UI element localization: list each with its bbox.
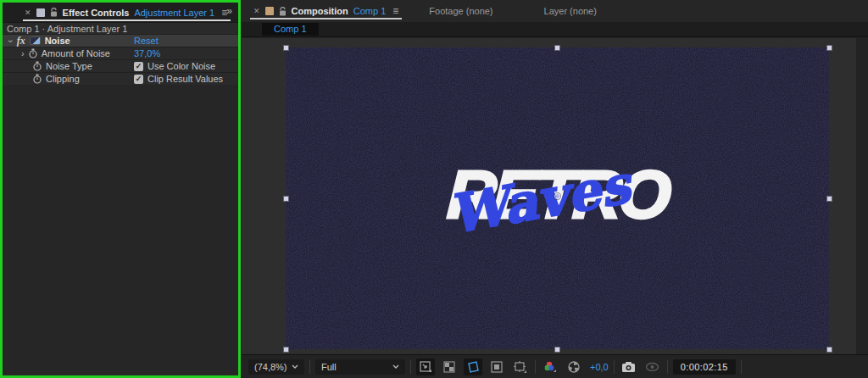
toolbar-divider <box>535 360 536 374</box>
viewer-right-gutter <box>856 38 868 354</box>
viewer-toolbar: (74,8%) Full <box>242 354 868 378</box>
chevron-down-icon <box>392 364 399 369</box>
property-row-amount[interactable]: › Amount of Noise 37,0% <box>3 47 238 59</box>
grid-options-button[interactable] <box>416 359 435 375</box>
tab-composition[interactable]: ✕ Composition Comp 1 ≡ <box>242 0 403 22</box>
selection-handle[interactable] <box>283 45 289 51</box>
view-layout-icon <box>513 360 528 374</box>
close-icon[interactable]: ✕ <box>253 7 260 15</box>
checkerboard-icon <box>442 360 456 374</box>
effect-name[interactable]: Noise <box>45 36 70 46</box>
doc-tab-comp1[interactable]: Comp 1 <box>262 23 319 36</box>
aperture-icon <box>567 360 581 374</box>
show-snapshot-button[interactable] <box>643 359 662 375</box>
fx-badge-icon[interactable]: fx <box>17 35 25 47</box>
exposure-button[interactable] <box>565 359 583 375</box>
effect-controls-empty-area <box>5 91 236 373</box>
stopwatch-icon[interactable] <box>33 74 42 84</box>
selection-handle[interactable] <box>826 45 832 51</box>
take-snapshot-button[interactable] <box>620 359 638 375</box>
magnification-dropdown[interactable]: (74,8%) <box>248 359 304 375</box>
magnification-value: (74,8%) <box>254 362 287 372</box>
after-effects-window: ✕ Effect Controls Adjustment Layer 1 ≡ »… <box>0 0 868 378</box>
channel-settings-button[interactable] <box>541 359 559 375</box>
view-layout-button[interactable] <box>511 359 530 375</box>
panel-color-icon <box>36 8 45 17</box>
exposure-value[interactable]: +0,0 <box>590 362 609 372</box>
viewer-doc-tabs: Comp 1 <box>242 22 868 37</box>
checkbox-checked[interactable]: ✓ <box>134 62 143 71</box>
selection-handle[interactable] <box>826 196 832 202</box>
property-row-clipping[interactable]: Clipping ✓ Clip Result Values <box>3 72 238 85</box>
layer-anchor-point[interactable] <box>554 193 560 199</box>
panel-target-comp: Comp 1 <box>353 6 387 16</box>
checkbox-checked[interactable]: ✓ <box>134 75 143 84</box>
current-time-field[interactable]: 0:00:02:15 <box>673 359 736 375</box>
checkbox-label: Clip Result Values <box>147 74 223 84</box>
unlock-icon[interactable] <box>279 7 287 16</box>
toolbar-divider <box>410 360 411 374</box>
toolbar-divider <box>309 360 310 374</box>
mask-path-icon <box>466 360 480 374</box>
composition-tabbar: ✕ Composition Comp 1 ≡ Footage (none) La… <box>242 0 868 22</box>
stopwatch-icon[interactable] <box>33 61 42 71</box>
effect-thumbnail-icon <box>30 36 41 45</box>
checkbox-label: Use Color Noise <box>147 61 215 71</box>
transparency-grid-button[interactable] <box>440 359 459 375</box>
panel-color-icon <box>265 7 274 15</box>
panel-target-layer: Adjustment Layer 1 <box>134 8 214 18</box>
toolbar-divider <box>667 360 668 374</box>
effect-controls-tabbar: ✕ Effect Controls Adjustment Layer 1 ≡ » <box>3 3 238 22</box>
property-label: Clipping <box>46 74 80 84</box>
panel-expand-icon[interactable]: » <box>226 5 231 17</box>
toolbar-divider <box>741 360 742 374</box>
composition-canvas[interactable]: RETRO Waves <box>286 47 829 349</box>
panel-menu-icon[interactable]: ≡ <box>392 5 398 17</box>
unlock-icon[interactable] <box>50 8 58 17</box>
camera-icon <box>621 361 636 373</box>
expand-chevron-icon[interactable]: › <box>21 49 25 58</box>
resolution-value: Full <box>321 362 337 372</box>
effect-row-noise[interactable]: › fx Noise Reset <box>3 34 238 47</box>
composition-viewer[interactable]: RETRO Waves <box>242 38 868 354</box>
panel-title: Composition <box>292 6 348 16</box>
selection-handle[interactable] <box>554 45 560 51</box>
show-snapshot-icon <box>645 361 659 373</box>
selection-handle[interactable] <box>826 347 832 353</box>
tab-effect-controls[interactable]: ✕ Effect Controls Adjustment Layer 1 ≡ <box>3 3 232 22</box>
active-tab-underline <box>23 19 231 21</box>
property-row-noise-type[interactable]: Noise Type ✓ Use Color Noise <box>3 59 238 72</box>
property-value[interactable]: 37,0% <box>134 48 160 58</box>
reset-link[interactable]: Reset <box>134 36 159 46</box>
collapse-chevron-icon[interactable]: › <box>6 39 15 42</box>
toolbar-divider <box>614 360 615 374</box>
tab-footage[interactable]: Footage (none) <box>403 6 518 16</box>
rgb-channels-icon <box>542 360 558 374</box>
selection-handle[interactable] <box>554 347 560 353</box>
composition-panel: ✕ Composition Comp 1 ≡ Footage (none) La… <box>242 0 868 378</box>
breadcrumb: Comp 1 · Adjustment Layer 1 <box>3 22 238 34</box>
resolution-dropdown[interactable]: Full <box>315 359 405 375</box>
grid-options-icon <box>419 360 432 374</box>
tab-layer[interactable]: Layer (none) <box>519 6 622 16</box>
stopwatch-icon[interactable] <box>29 48 37 58</box>
mask-visibility-button[interactable] <box>464 359 482 375</box>
selection-handle[interactable] <box>283 347 289 353</box>
panel-title: Effect Controls <box>63 8 130 18</box>
property-label: Noise Type <box>46 61 92 71</box>
active-tab-underline <box>250 18 402 19</box>
region-of-interest-icon <box>490 360 504 374</box>
selection-handle[interactable] <box>283 196 289 202</box>
close-icon[interactable]: ✕ <box>25 8 31 17</box>
effect-controls-panel: ✕ Effect Controls Adjustment Layer 1 ≡ »… <box>0 0 241 378</box>
region-of-interest-button[interactable] <box>487 359 506 375</box>
property-label: Amount of Noise <box>42 48 110 58</box>
chevron-down-icon <box>292 364 298 369</box>
